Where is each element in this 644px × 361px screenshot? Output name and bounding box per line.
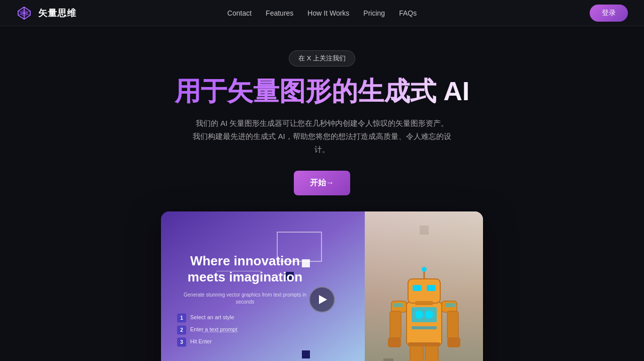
demo-step-3: 3 Hit Enter — [177, 337, 313, 346]
step-num-1: 1 — [177, 313, 186, 322]
step-num-3: 3 — [177, 337, 186, 346]
robot-area: P CREATED USING POWTOON — [365, 211, 483, 361]
svg-rect-28 — [445, 303, 455, 307]
hero-section: 在 X 上关注我们 用于矢量图形的生成式 AI 我们的 AI 矢量图形生成器可让… — [0, 26, 644, 361]
svg-rect-18 — [415, 301, 433, 305]
demo-left-content: Where innovation meets imagination Gener… — [177, 252, 313, 346]
nav-how-it-works[interactable]: How It Works — [307, 9, 349, 17]
svg-rect-15 — [408, 279, 440, 303]
svg-rect-14 — [447, 337, 460, 347]
hero-subtitle: 我们的 AI 矢量图形生成器可让您在几秒钟内创建令人惊叹的矢量图形资产。 我们构… — [191, 117, 453, 157]
nav-contact[interactable]: Contact — [227, 9, 252, 17]
svg-rect-25 — [412, 326, 437, 329]
svg-rect-13 — [388, 337, 401, 347]
play-button[interactable] — [309, 286, 335, 313]
demo-step-2: 2 Enter a text prompt — [177, 325, 313, 334]
deco-sq3 — [302, 350, 310, 358]
nav-right: 登录 — [590, 5, 628, 22]
navbar: 矢量思维 Contact Features How It Works Prici… — [0, 0, 644, 26]
hero-title: 用于矢量图形的生成式 AI — [175, 77, 469, 107]
svg-rect-27 — [393, 303, 403, 307]
start-button[interactable]: 开始→ — [294, 171, 350, 195]
nav-links: Contact Features How It Works Pricing FA… — [227, 9, 417, 17]
step-label-1: Select an art style — [190, 313, 234, 321]
demo-headline: Where innovation meets imagination — [177, 252, 313, 285]
svg-rect-16 — [413, 285, 422, 291]
logo-area: 矢量思维 — [16, 5, 76, 21]
step-num-2: 2 — [177, 325, 186, 334]
demo-step-1: 1 Select an art style — [177, 313, 313, 322]
svg-point-7 — [415, 311, 423, 319]
svg-point-8 — [425, 311, 433, 319]
step-label-2: Enter a text prompt — [190, 325, 237, 333]
svg-point-24 — [422, 267, 427, 272]
step-label-3: Hit Enter — [190, 337, 212, 345]
nav-faqs[interactable]: FAQs — [399, 9, 417, 17]
x-badge[interactable]: 在 X 上关注我们 — [289, 50, 355, 66]
svg-rect-11 — [390, 311, 401, 339]
logo-text: 矢量思维 — [38, 7, 76, 19]
svg-rect-12 — [447, 311, 458, 339]
robot-figure — [379, 257, 469, 361]
svg-rect-17 — [427, 285, 436, 291]
logo-icon — [16, 5, 32, 21]
demo-card: Where innovation meets imagination Gener… — [161, 211, 483, 361]
demo-description: Generate stunning vector graphics from t… — [177, 291, 313, 305]
login-button[interactable]: 登录 — [590, 5, 628, 22]
svg-rect-26 — [408, 342, 440, 346]
nav-features[interactable]: Features — [266, 9, 293, 17]
play-icon — [319, 295, 327, 304]
demo-steps: 1 Select an art style 2 Enter a text pro… — [177, 313, 313, 346]
nav-pricing[interactable]: Pricing — [363, 9, 385, 17]
